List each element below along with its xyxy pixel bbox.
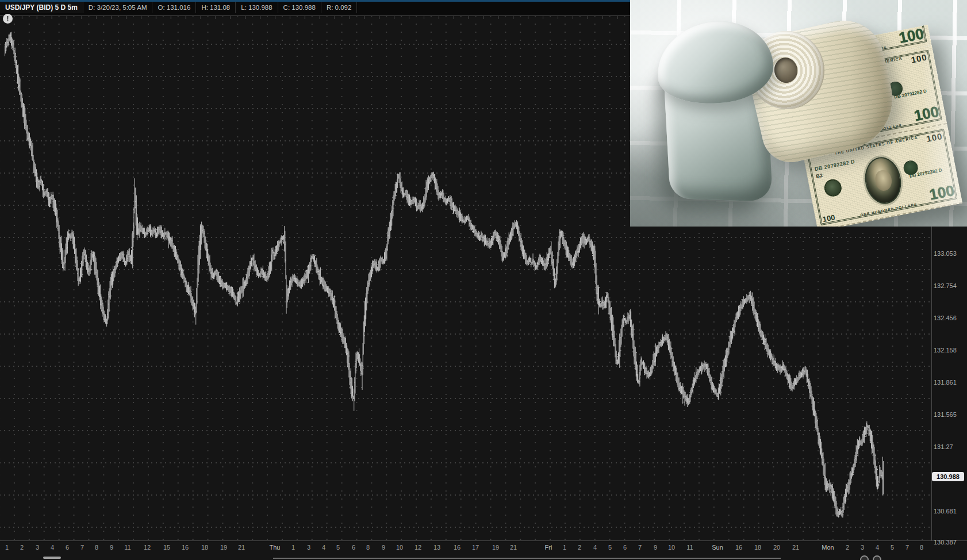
time-axis-label-day: Thu xyxy=(270,544,281,551)
time-axis-label: 5 xyxy=(891,544,894,551)
last-price-badge: 130.988 xyxy=(932,472,964,481)
time-axis-label: 8 xyxy=(95,544,98,551)
time-axis-label: 7 xyxy=(905,544,909,551)
time-axis-label: 6 xyxy=(352,544,355,551)
time-axis-line xyxy=(0,540,967,541)
time-axis-label: 3 xyxy=(861,544,864,551)
time-axis-label: 1 xyxy=(291,544,295,551)
time-axis-label: 4 xyxy=(593,544,597,551)
time-axis-label: 18 xyxy=(201,544,208,551)
time-axis-label: 11 xyxy=(124,544,131,551)
time-axis-label: 21 xyxy=(792,544,799,551)
time-axis-label: 10 xyxy=(668,544,675,551)
time-axis-label: 4 xyxy=(51,544,54,551)
scrollbar-thumb[interactable] xyxy=(43,557,61,559)
price-axis-label: 131.27 xyxy=(934,443,953,450)
symbol-tab[interactable]: USD/JPY (BID) 5 D 5m xyxy=(0,2,83,13)
ohlc-field-high: H: 131.08 xyxy=(196,2,236,13)
alert-icon[interactable]: ! xyxy=(3,14,13,24)
header-legend-row: USD/JPY (BID) 5 D 5m D: 3/20/23, 5:05 AM… xyxy=(0,2,357,13)
price-axis-label: 130.387 xyxy=(934,539,957,546)
time-axis-label: 16 xyxy=(454,544,461,551)
time-axis-label: 2 xyxy=(578,544,581,551)
ohlc-field-date: D: 3/20/23, 5:05 AM xyxy=(83,2,153,13)
time-axis-label: 4 xyxy=(876,544,879,551)
plate-number: B2 xyxy=(816,172,823,179)
time-axis-label: 12 xyxy=(415,544,421,551)
price-axis-label: 132.158 xyxy=(934,347,957,354)
time-axis-label: 9 xyxy=(110,544,113,551)
time-axis-label: 5 xyxy=(608,544,612,551)
time-axis-label: 2 xyxy=(20,544,24,551)
top-axis-ticks xyxy=(0,16,630,19)
time-axis-label: 16 xyxy=(182,544,189,551)
time-axis-label: 21 xyxy=(510,544,517,551)
money-toilet-paper-image: THE UNITED STATES OF AMERICADB 20792282 … xyxy=(630,0,967,227)
time-axis-label: 5 xyxy=(336,544,340,551)
time-axis-label: 7 xyxy=(80,544,84,551)
time-axis-label: 1 xyxy=(5,544,9,551)
time-axis-label: 1 xyxy=(563,544,566,551)
time-axis-label: 7 xyxy=(638,544,642,551)
time-axis-label: 16 xyxy=(735,544,742,551)
time-axis-label: 3 xyxy=(36,544,39,551)
time-axis-label: 18 xyxy=(754,544,761,551)
time-axis-label: 10 xyxy=(396,544,403,551)
time-axis-label: 11 xyxy=(686,544,693,551)
price-axis-label: 131.565 xyxy=(934,411,957,418)
time-axis-label-day: Sun xyxy=(712,544,723,551)
bottom-toolbar-icon[interactable] xyxy=(873,555,881,560)
price-axis-label: 133.053 xyxy=(934,250,957,257)
time-axis-label: 9 xyxy=(654,544,657,551)
ohlc-field-range: R: 0.092 xyxy=(321,2,357,13)
time-axis-label: 4 xyxy=(322,544,325,551)
time-axis-label: 19 xyxy=(492,544,499,551)
price-axis-label: 132.754 xyxy=(934,282,957,289)
price-axis-label: 130.681 xyxy=(934,508,957,515)
ohlc-field-open: O: 131.016 xyxy=(152,2,196,13)
trading-chart-window: USD/JPY (BID) 5 D 5m D: 3/20/23, 5:05 AM… xyxy=(0,0,967,560)
time-axis-label: 9 xyxy=(382,544,385,551)
time-axis-label: 20 xyxy=(773,544,780,551)
price-axis-label: 132.456 xyxy=(934,314,957,321)
ohlc-field-close: C: 130.988 xyxy=(278,2,321,13)
time-axis-label: 8 xyxy=(920,544,923,551)
time-axis-label: 13 xyxy=(433,544,440,551)
time-axis-label: 3 xyxy=(307,544,310,551)
time-axis-label: 12 xyxy=(144,544,151,551)
time-axis-label: 21 xyxy=(238,544,245,551)
time-axis-label-day: Mon xyxy=(822,544,834,551)
bottom-toolbar-icon[interactable] xyxy=(860,555,869,560)
time-axis-label: 8 xyxy=(366,544,370,551)
time-axis-label: 15 xyxy=(163,544,170,551)
time-axis-label-day: Fri xyxy=(545,544,552,551)
time-axis-label: 6 xyxy=(66,544,69,551)
price-axis-label: 131.861 xyxy=(934,379,957,386)
scrollbar-track-line xyxy=(273,558,781,559)
time-axis-label: 2 xyxy=(846,544,849,551)
time-axis-label: 19 xyxy=(220,544,227,551)
time-axis-label: 17 xyxy=(472,544,479,551)
time-axis-label: 6 xyxy=(623,544,627,551)
ohlc-field-low: L: 130.988 xyxy=(236,2,278,13)
